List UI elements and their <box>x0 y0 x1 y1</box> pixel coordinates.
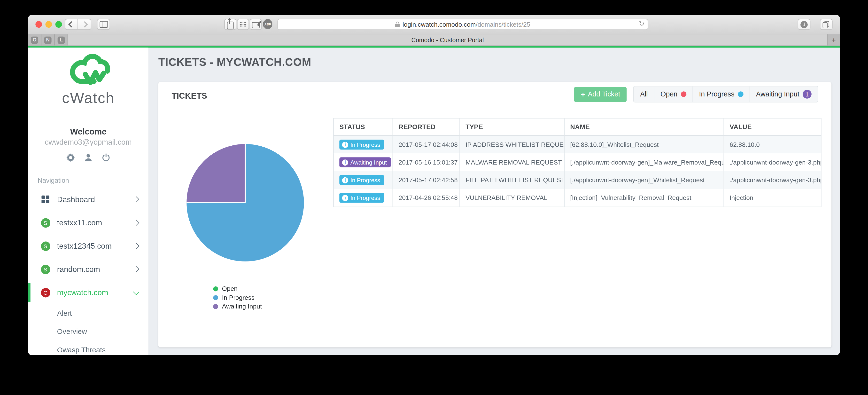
address-bar[interactable]: login.cwatch.comodo.com/domains/tickets/… <box>277 19 648 30</box>
forward-button[interactable] <box>78 19 91 30</box>
share-button[interactable] <box>224 19 237 30</box>
sidebar-item-label: mycwatch.com <box>57 288 108 297</box>
legend-dot-icon <box>213 286 218 291</box>
browser-toolbar: ABP login.cwatch.comodo.com/domains/tick… <box>28 15 840 34</box>
sidebar-item-testxx11-com[interactable]: Stestxx11.com <box>28 211 149 234</box>
tab-bar: ONL Comodo - Customer Portal + <box>28 34 840 46</box>
filter-awaiting-input[interactable]: Awaiting Input1 <box>750 87 817 102</box>
grid-icon <box>240 22 246 27</box>
cell-status: iIn Progress <box>334 189 393 207</box>
dashboard-icon <box>41 195 49 203</box>
submenu-item-owasp-threats[interactable]: Owasp Threats <box>28 341 149 355</box>
compose-button[interactable] <box>250 19 262 30</box>
pinned-tab-icon: L <box>58 36 65 43</box>
pinned-tab-n[interactable]: N <box>41 34 55 45</box>
table-header-row: STATUSREPORTEDTYPENAMEVALUE <box>334 118 821 135</box>
sidebar-item-random-com[interactable]: Srandom.com <box>28 257 149 281</box>
filter-open[interactable]: Open <box>654 87 693 102</box>
pie-legend: OpenIn ProgressAwaiting Input <box>213 284 262 311</box>
filter-in-progress[interactable]: In Progress <box>693 87 750 102</box>
filter-label: Open <box>660 90 677 98</box>
table-row[interactable]: iIn Progress2017-05-17 02:44:08IP ADDRES… <box>334 135 821 153</box>
download-icon: ↓ <box>800 21 808 28</box>
info-icon: i <box>342 194 348 201</box>
table-row[interactable]: iIn Progress2017-04-26 02:55:48VULNERABI… <box>334 189 821 207</box>
sidebar-item-label: testx12345.com <box>57 242 112 250</box>
legend-item-open: Open <box>213 284 262 293</box>
share-icon <box>227 21 234 29</box>
legend-dot-icon <box>213 304 218 309</box>
cell-status: iIn Progress <box>334 171 393 189</box>
sidebar-item-mycwatch-com[interactable]: Cmycwatch.com <box>28 281 149 304</box>
nav-section-label: Navigation <box>37 177 148 184</box>
status-badge: iIn Progress <box>339 193 384 203</box>
status-badge: iAwaiting Input <box>339 157 391 167</box>
sidebar: cWatch Welcome cwwdemo3@yopmail.com Navi… <box>28 48 149 355</box>
chevron-right-icon <box>133 243 139 249</box>
table-row[interactable]: iIn Progress2017-05-17 02:42:58FILE PATH… <box>334 171 821 189</box>
settings-button[interactable] <box>66 153 74 162</box>
site-letter-badge: S <box>41 264 50 274</box>
adblock-button[interactable]: ABP <box>263 20 273 29</box>
chevron-right-icon <box>133 266 139 272</box>
table-row[interactable]: iAwaiting Input2017-05-16 15:01:37MALWAR… <box>334 153 821 171</box>
cell-type: FILE PATH WHITELIST REQUEST <box>460 171 564 189</box>
close-window-button[interactable] <box>35 21 42 28</box>
abp-icon: ABP <box>263 20 273 29</box>
status-dot-icon <box>681 91 686 97</box>
back-button[interactable] <box>65 19 78 30</box>
page-content: cWatch Welcome cwwdemo3@yopmail.com Navi… <box>28 48 840 355</box>
filter-all[interactable]: All <box>634 87 654 102</box>
status-dot-icon <box>738 91 743 97</box>
reload-icon[interactable]: ↻ <box>639 20 645 28</box>
pinned-tab-o[interactable]: O <box>28 34 42 45</box>
domain-submenu: AlertOverviewOwasp Threats <box>28 304 149 355</box>
downloads-button[interactable]: ↓ <box>798 19 811 30</box>
cell-status: iAwaiting Input <box>334 153 393 171</box>
pinned-tab-icon: O <box>31 36 38 43</box>
cell-name: [Injection]_Vulnerability_Removal_Reques… <box>564 189 724 207</box>
status-badge-label: In Progress <box>350 141 380 148</box>
new-tab-button[interactable]: + <box>827 34 840 45</box>
cell-type: VULNERABILITY REMOVAL <box>460 189 564 207</box>
cell-name: [./applicunwnt-doorway-gen]_Whitelist_Re… <box>564 171 724 189</box>
zoom-window-button[interactable] <box>56 21 62 28</box>
minimize-window-button[interactable] <box>45 21 52 28</box>
chevron-down-icon <box>133 288 139 295</box>
active-tab[interactable]: Comodo - Customer Portal <box>68 34 827 45</box>
site-letter-badge: C <box>41 287 50 297</box>
cell-reported: 2017-05-17 02:44:08 <box>393 135 460 153</box>
profile-button[interactable] <box>84 153 92 162</box>
dashboard-icon <box>40 195 51 203</box>
legend-item-in-progress: In Progress <box>213 293 262 302</box>
status-badge: iIn Progress <box>339 140 384 150</box>
url-path: /domains/tickets/25 <box>476 21 530 28</box>
sidebar-icon <box>99 21 107 28</box>
sidebar-item-dashboard[interactable]: Dashboard <box>28 188 149 211</box>
submenu-item-overview[interactable]: Overview <box>28 322 149 340</box>
sidebar-item-label: random.com <box>57 265 100 274</box>
welcome-text: Welcome <box>28 127 149 136</box>
sidebar-item-label: testxx11.com <box>57 218 102 227</box>
cell-name: [./applicunwnt-doorway-gen]_Malware_Remo… <box>564 153 724 171</box>
legend-label: In Progress <box>222 294 254 301</box>
site-badge-icon: S <box>40 218 51 227</box>
cell-status: iIn Progress <box>334 135 393 153</box>
sidebar-item-testx12345-com[interactable]: Stestx12345.com <box>28 234 149 257</box>
pinned-tab-l[interactable]: L <box>55 34 68 45</box>
history-nav-group <box>65 19 91 30</box>
add-ticket-button[interactable]: + Add Ticket <box>574 87 627 102</box>
screenshot-stage: ABP login.cwatch.comodo.com/domains/tick… <box>0 0 868 395</box>
sidebar-toggle-button[interactable] <box>97 19 110 30</box>
cell-reported: 2017-05-16 15:01:37 <box>393 153 460 171</box>
chevron-right-icon <box>133 219 139 226</box>
extensions-button[interactable] <box>237 19 249 30</box>
show-tabs-button[interactable] <box>820 19 833 30</box>
legend-label: Open <box>222 285 238 292</box>
logout-button[interactable] <box>102 153 110 162</box>
lock-icon <box>395 24 400 27</box>
cwatch-logo-icon <box>61 54 116 89</box>
submenu-item-alert[interactable]: Alert <box>28 304 149 322</box>
pencil-icon <box>252 22 259 28</box>
cell-value: 62.88.10.0 <box>724 135 821 153</box>
